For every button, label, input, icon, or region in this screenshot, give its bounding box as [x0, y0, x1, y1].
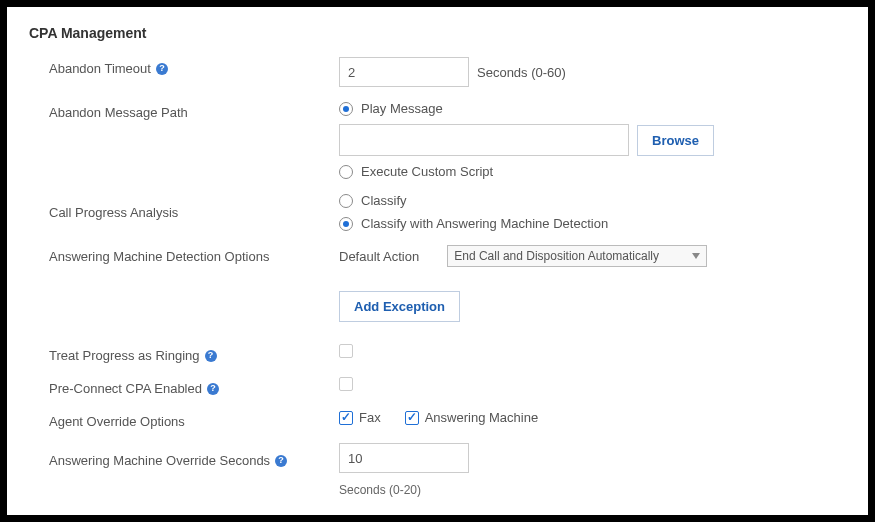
browse-button[interactable]: Browse — [637, 125, 714, 156]
amd-override-seconds-input[interactable] — [339, 443, 469, 473]
execute-script-label: Execute Custom Script — [361, 164, 493, 179]
call-progress-label: Call Progress Analysis — [29, 193, 339, 220]
classify-amd-radio[interactable] — [339, 217, 353, 231]
abandon-timeout-hint: Seconds (0-60) — [477, 65, 566, 80]
play-message-radio[interactable] — [339, 102, 353, 116]
execute-script-radio[interactable] — [339, 165, 353, 179]
message-path-input[interactable] — [339, 124, 629, 156]
pre-connect-label: Pre-Connect CPA Enabled ? — [29, 377, 339, 396]
treat-progress-label: Treat Progress as Ringing ? — [29, 344, 339, 363]
info-icon[interactable]: ? — [207, 383, 219, 395]
classify-label: Classify — [361, 193, 407, 208]
abandon-timeout-input[interactable] — [339, 57, 469, 87]
amd-override-seconds-hint: Seconds (0-20) — [339, 483, 846, 497]
fax-checkbox[interactable] — [339, 411, 353, 425]
pre-connect-checkbox[interactable] — [339, 377, 353, 391]
cpa-management-panel: CPA Management Abandon Timeout ? Seconds… — [7, 7, 868, 515]
info-icon[interactable]: ? — [275, 455, 287, 467]
default-action-label: Default Action — [339, 249, 419, 264]
default-action-select[interactable]: End Call and Disposition Automatically — [447, 245, 707, 267]
info-icon[interactable]: ? — [156, 63, 168, 75]
answering-machine-label: Answering Machine — [425, 410, 538, 425]
section-title: CPA Management — [29, 25, 846, 41]
classify-amd-label: Classify with Answering Machine Detectio… — [361, 216, 608, 231]
info-icon[interactable]: ? — [205, 350, 217, 362]
agent-override-label: Agent Override Options — [29, 410, 339, 429]
treat-progress-checkbox[interactable] — [339, 344, 353, 358]
add-exception-button[interactable]: Add Exception — [339, 291, 460, 322]
amd-override-seconds-label: Answering Machine Override Seconds ? — [29, 443, 339, 468]
abandon-message-path-label: Abandon Message Path — [29, 101, 339, 120]
fax-label: Fax — [359, 410, 381, 425]
classify-radio[interactable] — [339, 194, 353, 208]
play-message-label: Play Message — [361, 101, 443, 116]
abandon-timeout-label: Abandon Timeout ? — [29, 57, 339, 76]
amd-options-label: Answering Machine Detection Options — [29, 245, 339, 264]
answering-machine-checkbox[interactable] — [405, 411, 419, 425]
